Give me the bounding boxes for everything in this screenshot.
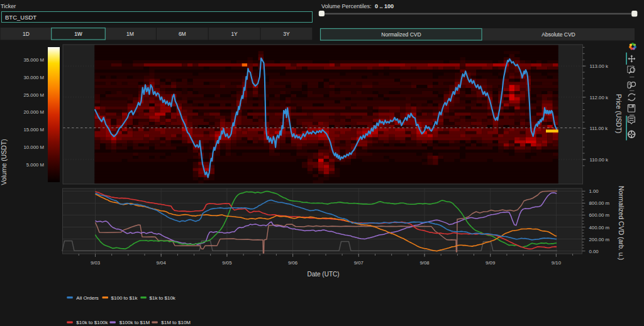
svg-text:800.00 m: 800.00 m	[589, 200, 610, 206]
svg-text:$1M to $10M: $1M to $10M	[161, 320, 191, 325]
svg-text:Absolute CVD: Absolute CVD	[541, 31, 575, 38]
svg-text:10.000 M: 10.000 M	[23, 144, 44, 150]
svg-text:400.00 m: 400.00 m	[589, 225, 610, 231]
svg-text:112.00 k: 112.00 k	[590, 95, 608, 101]
svg-text:1W: 1W	[74, 31, 83, 37]
svg-text:Normalized CVD (arb. u.): Normalized CVD (arb. u.)	[618, 186, 625, 260]
svg-text:25.000 M: 25.000 M	[23, 92, 44, 98]
svg-text:3Y: 3Y	[283, 31, 290, 37]
svg-text:9/05: 9/05	[222, 260, 232, 266]
svg-text:15.000 M: 15.000 M	[23, 127, 44, 133]
svg-text:9/08: 9/08	[419, 260, 429, 266]
svg-text:110.00 k: 110.00 k	[590, 157, 608, 163]
svg-text:$10k to $100k: $10k to $100k	[76, 320, 108, 325]
svg-text:1D: 1D	[23, 31, 30, 37]
svg-text:$100k to $1M: $100k to $1M	[119, 320, 150, 325]
svg-text:1Y: 1Y	[231, 31, 238, 37]
svg-text:200.00 m: 200.00 m	[589, 237, 610, 242]
svg-text:Ticker: Ticker	[1, 3, 16, 9]
svg-text:1M: 1M	[126, 31, 134, 37]
svg-text:0 .. 100: 0 .. 100	[375, 3, 394, 9]
svg-text:BTC_USDT: BTC_USDT	[5, 14, 36, 21]
svg-text:$1k to $10k: $1k to $10k	[150, 295, 176, 301]
svg-text:30.000 M: 30.000 M	[23, 75, 44, 80]
svg-text:9/07: 9/07	[354, 260, 364, 266]
svg-text:Normalized CVD: Normalized CVD	[381, 31, 421, 38]
svg-text:9/06: 9/06	[288, 260, 297, 266]
svg-text:600.00 m: 600.00 m	[589, 212, 610, 218]
svg-text:6M: 6M	[179, 31, 186, 37]
svg-text:5.000 M: 5.000 M	[26, 162, 44, 168]
svg-text:Date (UTC): Date (UTC)	[307, 271, 339, 278]
svg-text:$100 to $1k: $100 to $1k	[111, 295, 138, 301]
svg-text:9/03: 9/03	[91, 260, 100, 266]
svg-text:9/10: 9/10	[552, 260, 562, 266]
svg-text:All Orders: All Orders	[76, 295, 99, 301]
svg-text:111.00 k: 111.00 k	[590, 126, 608, 131]
svg-text:113.00 k: 113.00 k	[590, 63, 608, 69]
svg-text:1.00: 1.00	[589, 188, 599, 194]
svg-text:0.00: 0.00	[589, 249, 599, 254]
svg-text:9/04: 9/04	[157, 260, 167, 266]
svg-text:9/09: 9/09	[486, 260, 495, 266]
svg-text:35.000 M: 35.000 M	[23, 57, 44, 63]
svg-text:20.000 M: 20.000 M	[23, 109, 44, 115]
svg-text:Price (USDT): Price (USDT)	[615, 94, 623, 133]
svg-text:Volume Percentiles:: Volume Percentiles:	[321, 3, 372, 9]
svg-text:Volume (USDT): Volume (USDT)	[0, 139, 8, 185]
